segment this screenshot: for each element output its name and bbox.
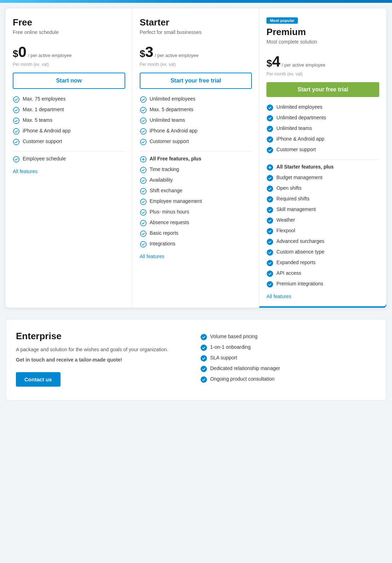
feature-text: Plus- minus hours [150, 209, 252, 215]
cta-button-starter[interactable]: Start your free trial [140, 73, 252, 89]
check-icon [266, 104, 273, 111]
extra-feature-header: All Free features, plus [150, 156, 252, 161]
svg-point-30 [267, 218, 273, 223]
feature-text: Shift exchange [150, 188, 252, 193]
feature-item: Open shifts [266, 185, 379, 192]
check-icon [266, 281, 273, 288]
price-note-starter: Per month (ex. vat) [140, 62, 252, 67]
feature-item: Unlimited employees [266, 104, 379, 111]
check-icon [200, 334, 207, 341]
check-icon [266, 125, 273, 132]
svg-point-33 [267, 250, 273, 255]
cta-button-free[interactable]: Start now [13, 73, 125, 89]
check-icon [200, 365, 207, 373]
check-icon [140, 220, 147, 227]
check-icon [140, 241, 147, 248]
svg-point-18 [140, 231, 146, 237]
svg-point-12 [140, 167, 146, 173]
feature-item: Unlimited employees [140, 96, 252, 103]
check-icon [140, 107, 147, 114]
most-popular-badge: Most popular [266, 17, 298, 24]
svg-point-19 [140, 241, 146, 247]
svg-point-41 [201, 377, 207, 382]
divider [140, 151, 252, 152]
feature-text: Absence requests [150, 220, 252, 225]
svg-point-2 [13, 118, 19, 124]
plan-column-premium: Most popularPremiumMost complete solutio… [259, 8, 386, 308]
svg-point-24 [267, 147, 273, 153]
contact-us-button[interactable]: Contact us [16, 372, 60, 387]
plan-description-free: Free online schedule [13, 29, 125, 36]
feature-item: Unlimited teams [140, 117, 252, 124]
feature-text: Skill management [276, 206, 379, 212]
feature-item: Max. 75 employees [13, 96, 125, 103]
svg-point-35 [267, 271, 273, 277]
check-icon [266, 249, 273, 256]
feature-text: Unlimited departments [276, 115, 379, 120]
feature-item: iPhone & Android app [266, 136, 379, 143]
feature-item: Premium integrations [266, 281, 379, 288]
svg-point-22 [267, 126, 273, 132]
feature-text: Required shifts [276, 196, 379, 201]
all-features-link-free[interactable]: All features [13, 169, 125, 174]
check-icon [13, 138, 20, 146]
svg-point-1 [13, 107, 19, 113]
check-icon [13, 107, 20, 114]
feature-text: Max. 5 departments [150, 107, 252, 112]
check-icon [266, 238, 273, 245]
check-icon [13, 96, 20, 103]
plus-icon [140, 156, 147, 163]
check-icon [266, 196, 273, 203]
feature-item: Weather [266, 217, 379, 224]
feature-item: Absence requests [140, 220, 252, 227]
check-icon [200, 344, 207, 351]
feature-text: iPhone & Android app [150, 128, 252, 133]
check-icon [266, 136, 273, 143]
svg-point-37 [201, 334, 207, 340]
check-icon [266, 260, 273, 267]
plans-grid: FreeFree online schedule $ 0 / per activ… [6, 8, 386, 308]
enterprise-feature-item: Ongoing product consultation [200, 376, 376, 383]
divider [13, 151, 125, 152]
svg-point-8 [140, 118, 146, 124]
feature-text: Max. 5 teams [23, 117, 125, 123]
enterprise-feature-item: 1-on-1 onboarding [200, 344, 376, 351]
plus-icon [266, 164, 273, 171]
feature-item: Employee schedule [13, 156, 125, 163]
check-icon [266, 115, 273, 122]
feature-text: Customer support [150, 138, 252, 144]
feature-text: Customer support [276, 147, 379, 152]
enterprise-title: Enterprise [16, 331, 192, 342]
check-icon [200, 376, 207, 383]
svg-point-31 [267, 228, 273, 234]
check-icon [140, 96, 147, 103]
divider [266, 159, 379, 160]
feature-item: Basic reports [140, 230, 252, 237]
feature-item: iPhone & Android app [140, 128, 252, 135]
feature-text: Basic reports [150, 230, 252, 236]
check-icon [266, 185, 273, 192]
svg-point-29 [267, 207, 273, 213]
all-features-link-starter[interactable]: All features [140, 254, 252, 259]
feature-item: Flexpool [266, 228, 379, 235]
feature-item: Budget management [266, 175, 379, 182]
plan-name-premium: Premium [266, 27, 379, 38]
check-icon [140, 138, 147, 146]
all-features-link-premium[interactable]: All features [266, 294, 379, 299]
enterprise-feature-text: Dedicated relationship manager [210, 365, 376, 371]
svg-point-10 [140, 139, 146, 145]
check-icon [13, 156, 20, 163]
check-icon [140, 128, 147, 135]
feature-text: Max. 75 employees [23, 96, 125, 102]
check-icon [140, 230, 147, 237]
feature-text: Premium integrations [276, 281, 379, 286]
check-icon [13, 117, 20, 124]
plan-name-free: Free [13, 17, 125, 28]
enterprise-feature-text: 1-on-1 onboarding [210, 344, 376, 350]
feature-text: Integrations [150, 241, 252, 246]
check-icon [140, 177, 147, 184]
svg-point-28 [267, 197, 273, 202]
feature-item: Availability [140, 177, 252, 184]
plan-column-free: FreeFree online schedule $ 0 / per activ… [6, 8, 133, 308]
cta-button-premium[interactable]: Start your free trial [266, 82, 379, 97]
